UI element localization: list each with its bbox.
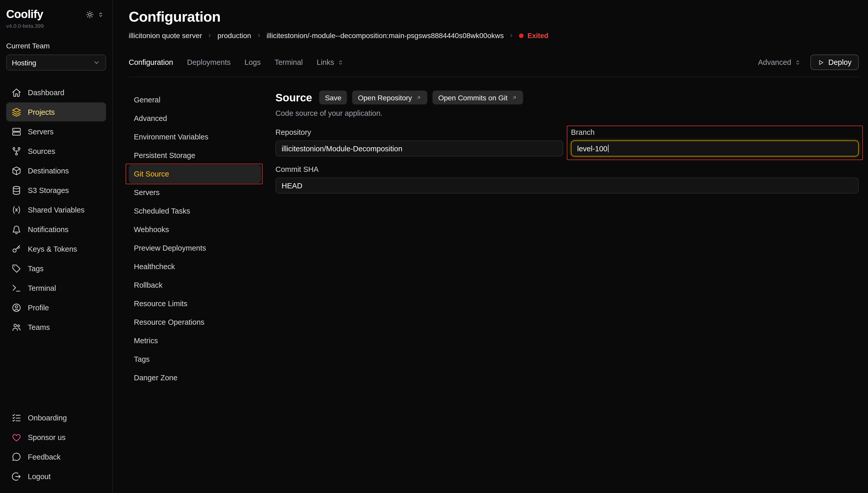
sidebar-item-notifications[interactable]: Notifications bbox=[6, 220, 106, 239]
sidebar-header: Coolify v4.0.0-beta.399 bbox=[6, 8, 106, 29]
subnav-item-webhooks[interactable]: Webhooks bbox=[129, 220, 261, 239]
sidebar-item-sources[interactable]: Sources bbox=[6, 142, 106, 160]
subnav-item-scheduled-tasks[interactable]: Scheduled Tasks bbox=[129, 202, 261, 220]
subnav-item-rollback[interactable]: Rollback bbox=[129, 276, 261, 294]
sidebar-footer-nav: OnboardingSponsor usFeedbackLogout bbox=[6, 408, 106, 486]
sidebar-item-profile[interactable]: Profile bbox=[6, 298, 106, 317]
database-icon bbox=[11, 185, 22, 195]
subnav-item-metrics[interactable]: Metrics bbox=[129, 331, 261, 350]
breadcrumb-item[interactable]: production bbox=[217, 31, 251, 40]
save-button-label: Save bbox=[325, 93, 341, 102]
source-panel: Source Save Open Repository Open Commits… bbox=[275, 90, 859, 193]
sidebar-item-feedback[interactable]: Feedback bbox=[6, 447, 106, 466]
key-icon bbox=[11, 244, 22, 254]
sidebar-item-projects[interactable]: Projects bbox=[6, 102, 106, 122]
selector-icon bbox=[337, 59, 344, 66]
status-badge: Exited bbox=[519, 31, 548, 39]
variable-icon bbox=[11, 205, 22, 215]
sidebar-item-label: S3 Storages bbox=[28, 186, 69, 194]
open-repository-label: Open Repository bbox=[358, 93, 412, 102]
sidebar-item-label: Notifications bbox=[28, 225, 68, 233]
team-selector[interactable]: Hosting bbox=[6, 55, 106, 70]
breadcrumb-item[interactable]: illicitestonion/-module--decomposition:m… bbox=[267, 31, 504, 40]
tab-deployments[interactable]: Deployments bbox=[187, 58, 231, 66]
tab-logs[interactable]: Logs bbox=[245, 58, 261, 66]
subnav-item-resource-operations[interactable]: Resource Operations bbox=[129, 313, 261, 331]
sidebar-item-s3-storages[interactable]: S3 Storages bbox=[6, 180, 106, 200]
theme-selector-icon[interactable] bbox=[97, 11, 104, 18]
sidebar-item-label: Shared Variables bbox=[28, 206, 84, 214]
subnav-item-servers[interactable]: Servers bbox=[129, 183, 261, 202]
sidebar-item-keys-tokens[interactable]: Keys & Tokens bbox=[6, 239, 106, 258]
sidebar-item-label: Sponsor us bbox=[28, 433, 66, 441]
branch-label: Branch bbox=[571, 128, 859, 136]
commit-sha-input[interactable] bbox=[275, 177, 859, 193]
sidebar-item-dashboard[interactable]: Dashboard bbox=[6, 83, 106, 102]
user-circle-icon bbox=[11, 302, 22, 313]
sidebar-item-label: Terminal bbox=[28, 284, 56, 292]
subnav-item-resource-limits[interactable]: Resource Limits bbox=[129, 294, 261, 313]
sidebar-item-shared-variables[interactable]: Shared Variables bbox=[6, 200, 106, 219]
selector-icon bbox=[795, 59, 801, 66]
arrow-up-right-icon bbox=[416, 94, 422, 101]
subnav-item-persistent-storage[interactable]: Persistent Storage bbox=[129, 146, 261, 165]
sidebar: Coolify v4.0.0-beta.399 Current Team Hos… bbox=[0, 0, 113, 493]
repository-field: Repository bbox=[275, 128, 563, 156]
chevron-right-icon bbox=[256, 33, 262, 39]
text-caret bbox=[608, 145, 609, 152]
terminal-icon bbox=[11, 283, 22, 293]
advanced-toggle[interactable]: Advanced bbox=[758, 58, 801, 66]
save-button[interactable]: Save bbox=[319, 90, 347, 105]
team-selector-value: Hosting bbox=[12, 59, 36, 67]
tab-configuration[interactable]: Configuration bbox=[129, 58, 173, 66]
users-icon bbox=[11, 322, 22, 332]
subnav-item-preview-deployments[interactable]: Preview Deployments bbox=[129, 239, 261, 257]
sidebar-item-sponsor-us[interactable]: Sponsor us bbox=[6, 428, 106, 447]
sun-icon[interactable] bbox=[85, 10, 94, 19]
subnav-item-environment-variables[interactable]: Environment Variables bbox=[129, 128, 261, 146]
breadcrumb-item[interactable]: illicitonion quote server bbox=[129, 31, 202, 40]
subnav-item-advanced[interactable]: Advanced bbox=[129, 109, 261, 128]
chat-icon bbox=[11, 452, 22, 462]
sidebar-item-label: Servers bbox=[28, 127, 54, 135]
sidebar-item-servers[interactable]: Servers bbox=[6, 122, 106, 141]
play-icon bbox=[818, 59, 824, 66]
tabs: ConfigurationDeploymentsLogsTerminalLink… bbox=[129, 58, 344, 66]
sidebar-item-terminal[interactable]: Terminal bbox=[6, 278, 106, 297]
open-commits-button[interactable]: Open Commits on Git bbox=[432, 90, 523, 105]
deploy-button[interactable]: Deploy bbox=[810, 55, 859, 70]
app-version: v4.0.0-beta.399 bbox=[6, 23, 44, 29]
sidebar-item-label: Projects bbox=[28, 108, 55, 116]
branch-input[interactable]: level-100 bbox=[571, 141, 859, 156]
subnav-item-danger-zone[interactable]: Danger Zone bbox=[129, 368, 261, 387]
source-form: Repository Branch level-100 bbox=[275, 128, 859, 156]
sidebar-item-logout[interactable]: Logout bbox=[6, 467, 106, 486]
sidebar-item-label: Teams bbox=[28, 323, 50, 331]
arrow-up-right-icon bbox=[511, 94, 517, 101]
tab-links[interactable]: Links bbox=[317, 58, 344, 66]
subnav-item-git-source[interactable]: Git Source bbox=[129, 165, 261, 183]
sidebar-item-onboarding[interactable]: Onboarding bbox=[6, 408, 106, 427]
chevron-right-icon bbox=[508, 33, 514, 39]
tab-terminal[interactable]: Terminal bbox=[275, 58, 303, 66]
subnav-item-general[interactable]: General bbox=[129, 90, 261, 109]
subnav-item-healthcheck[interactable]: Healthcheck bbox=[129, 257, 261, 276]
sidebar-item-destinations[interactable]: Destinations bbox=[6, 161, 106, 180]
sidebar-item-label: Logout bbox=[28, 472, 51, 480]
current-team-label: Current Team bbox=[6, 42, 106, 50]
tab-actions: Advanced Deploy bbox=[758, 55, 859, 70]
source-subtitle: Code source of your application. bbox=[275, 109, 859, 117]
subnav-item-tags[interactable]: Tags bbox=[129, 350, 261, 368]
breadcrumb: illicitonion quote serverproductionillic… bbox=[129, 31, 859, 40]
git-fork-icon bbox=[11, 146, 22, 156]
source-panel-header: Source Save Open Repository Open Commits… bbox=[275, 90, 859, 105]
tabbar: ConfigurationDeploymentsLogsTerminalLink… bbox=[129, 55, 859, 77]
sidebar-item-tags[interactable]: Tags bbox=[6, 259, 106, 278]
repository-input[interactable] bbox=[275, 141, 563, 156]
chevron-down-icon bbox=[93, 59, 100, 66]
sidebar-item-label: Tags bbox=[28, 264, 43, 273]
open-repository-button[interactable]: Open Repository bbox=[352, 90, 427, 105]
sidebar-item-teams[interactable]: Teams bbox=[6, 318, 106, 337]
app: Coolify v4.0.0-beta.399 Current Team Hos… bbox=[0, 0, 868, 493]
advanced-label: Advanced bbox=[758, 58, 791, 66]
